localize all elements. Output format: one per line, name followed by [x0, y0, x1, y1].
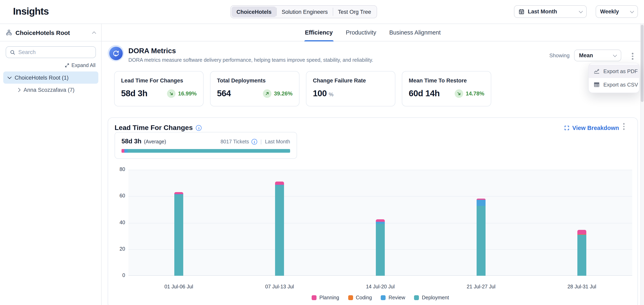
page-scrollbar: [640, 24, 644, 305]
org-tab-solution-engineers[interactable]: Solution Engineers: [277, 6, 333, 17]
bar-segment-review[interactable]: [476, 200, 486, 206]
bar-segment-planning[interactable]: [174, 192, 183, 194]
legend-swatch: [312, 295, 316, 300]
separator: |: [260, 139, 262, 145]
legend-item-coding[interactable]: Coding: [348, 295, 372, 301]
calendar-icon: [518, 8, 524, 15]
bar-segment-planning[interactable]: [577, 230, 586, 234]
bar-segment-planning[interactable]: [275, 182, 284, 185]
metric-card-title: Lead Time For Changes: [121, 78, 197, 84]
legend-item-planning[interactable]: Planning: [312, 295, 339, 301]
tab-efficiency[interactable]: Efficiency: [304, 24, 334, 41]
summary-tickets: 8017 Tickets: [220, 139, 249, 145]
section-overflow-menu-button[interactable]: [621, 121, 627, 132]
org-tab-test-org-tree[interactable]: Test Org Tree: [333, 6, 376, 17]
metric-card-2: Total Deployments56439.26%: [210, 71, 300, 106]
period-value: Last Month: [528, 8, 557, 15]
dora-metrics-description: DORA metrics measure software delivery p…: [128, 57, 373, 63]
section-title-wrap: Lead Time For Changes i: [114, 124, 202, 132]
export-pdf-menu-item[interactable]: Export as PDF: [589, 65, 639, 78]
phase-segment-planning: [122, 149, 124, 153]
aggregation-select[interactable]: Mean: [574, 49, 621, 61]
sidebar: ChoiceHotels Root Expand All ChoiceHotel…: [0, 24, 102, 305]
search-box: [6, 46, 96, 58]
bar-group-3[interactable]: [376, 220, 385, 276]
bar-group-1[interactable]: [174, 192, 183, 276]
search-input[interactable]: [18, 49, 92, 55]
metric-card-title: Change Failure Rate: [313, 78, 388, 84]
y-tick-label: 0: [111, 273, 125, 278]
metric-card-3: Change Failure Rate100%: [306, 71, 395, 106]
sidebar-header[interactable]: ChoiceHotels Root: [0, 24, 101, 41]
aggregation-value: Mean: [579, 52, 593, 58]
metric-card-4: Mean Time To Restore60d 14h14.78%: [402, 71, 491, 106]
metric-card-value: 58d 3h: [121, 88, 147, 98]
chevron-right-icon[interactable]: [16, 88, 20, 92]
x-axis-label: 07 Jul-13 Jul: [255, 284, 304, 290]
legend-item-review[interactable]: Review: [381, 295, 405, 301]
chevron-down-icon: [613, 53, 617, 57]
metric-card-delta: 16.99%: [167, 89, 197, 98]
metric-card-unit: %: [329, 91, 334, 97]
granularity-selector[interactable]: Weekly: [596, 5, 638, 18]
bar-segment-planning[interactable]: [376, 220, 385, 222]
bar-group-4[interactable]: [476, 199, 486, 276]
dora-overflow-menu-button[interactable]: [629, 50, 636, 62]
expand-icon: [64, 63, 70, 68]
chart-line-icon: [594, 68, 600, 74]
expand-all-button[interactable]: Expand All: [64, 62, 96, 68]
bar-segment-deployment[interactable]: [577, 235, 586, 276]
dora-metrics-icon: [108, 45, 124, 61]
bar-segment-deployment[interactable]: [174, 195, 183, 276]
export-csv-menu-item[interactable]: Export as CSV: [589, 78, 639, 91]
bar-segment-deployment[interactable]: [376, 224, 385, 276]
section-title: Lead Time For Changes: [114, 124, 193, 132]
expand-view-icon: [564, 125, 570, 131]
x-axis-label: 14 Jul-20 Jul: [356, 284, 405, 290]
bar-segment-deployment[interactable]: [275, 185, 284, 276]
legend-label: Planning: [319, 295, 339, 301]
trend-down-icon: [167, 89, 176, 98]
tab-productivity[interactable]: Productivity: [345, 24, 377, 41]
metric-card-value-row: 56439.26%: [217, 88, 292, 98]
summary-qualifier: (Average): [144, 139, 166, 145]
bar-group-2[interactable]: [275, 182, 284, 276]
scrollbar-thumb[interactable]: [641, 25, 644, 102]
showing-label: Showing: [549, 52, 570, 58]
search-icon: [10, 49, 16, 55]
trend-down-icon: [455, 89, 463, 98]
tree-item-label: Anna Scozzafava (7): [24, 87, 74, 93]
x-axis-label: 28 Jul-31 Jul: [558, 284, 606, 290]
org-tree: ChoiceHotels Root (1) Anna Scozzafava (7…: [3, 71, 98, 96]
legend-swatch: [381, 295, 386, 300]
metric-card-value: 564: [217, 88, 231, 98]
lead-time-chart-plot: [128, 170, 632, 276]
dora-metrics-title: DORA Metrics: [128, 47, 176, 55]
summary-value: 58d 3h: [122, 138, 142, 145]
chevron-down-icon: [630, 9, 634, 13]
legend-swatch: [414, 295, 419, 300]
metric-card-1: Lead Time For Changes58d 3h16.99%: [114, 71, 204, 106]
tab-business-alignment[interactable]: Business Alignment: [388, 24, 442, 41]
info-icon[interactable]: i: [252, 139, 257, 145]
view-breakdown-button[interactable]: View Breakdown: [564, 125, 619, 131]
org-tab-choicehotels[interactable]: ChoiceHotels: [232, 6, 276, 17]
metric-category-tabs: Efficiency Productivity Business Alignme…: [102, 24, 644, 41]
divider: [332, 8, 333, 16]
metric-card-delta: 39.26%: [263, 89, 292, 98]
metric-card-value-row: 100%: [313, 88, 388, 98]
chevron-down-icon[interactable]: [8, 75, 12, 79]
legend-item-deployment[interactable]: Deployment: [414, 295, 449, 301]
tree-item-choicehotels-root[interactable]: ChoiceHotels Root (1): [3, 71, 98, 84]
bar-segment-review[interactable]: [376, 222, 385, 224]
period-selector[interactable]: Last Month: [514, 5, 587, 18]
bar-group-5[interactable]: [577, 230, 586, 276]
chevron-up-icon[interactable]: [92, 31, 96, 35]
info-icon[interactable]: i: [196, 125, 202, 131]
tree-item-anna-scozzafava[interactable]: Anna Scozzafava (7): [3, 84, 98, 96]
bar-segment-deployment[interactable]: [476, 206, 486, 276]
metric-card-value: 60d 14h: [409, 88, 440, 98]
granularity-value: Weekly: [600, 8, 619, 15]
y-tick-label: 60: [111, 193, 125, 199]
expand-all-label: Expand All: [72, 62, 96, 68]
